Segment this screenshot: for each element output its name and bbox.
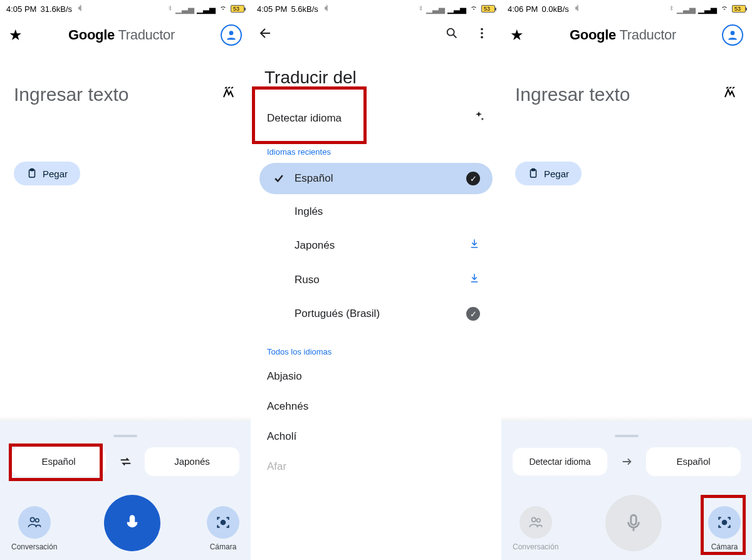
app-header: ★ Google Traductor <box>0 18 251 53</box>
mute-icon <box>573 4 582 14</box>
camera-button[interactable]: Cámara <box>207 506 239 551</box>
bluetooth-icon <box>167 4 173 14</box>
status-time: 4:06 PM <box>508 4 538 14</box>
conversation-button[interactable]: Conversación <box>11 506 57 551</box>
recent-label: Idiomas recientes <box>267 147 485 157</box>
picker-header <box>251 18 501 53</box>
status-time: 4:05 PM <box>6 4 36 14</box>
bluetooth-icon <box>417 4 424 14</box>
language-item-en[interactable]: Inglés <box>259 197 493 227</box>
paste-label: Pegar <box>544 169 569 179</box>
source-language-button[interactable]: Detectar idioma <box>513 448 607 476</box>
signal-icon-2: ▁▃▅ <box>447 4 466 14</box>
svg-point-6 <box>221 521 226 525</box>
downloaded-icon: ✓ <box>466 172 480 185</box>
main-area: Ingresar texto Pegar <box>0 53 251 421</box>
screenshot-3: 4:06 PM 0.0kB/s ▁▃▅ ▁▃▅ 53 ★ Google Trad… <box>501 0 752 560</box>
sparkle-icon <box>473 110 485 126</box>
status-time: 4:05 PM <box>257 4 287 14</box>
signal-icon: ▁▃▅ <box>426 4 445 14</box>
battery-icon: 53 <box>732 5 746 13</box>
account-icon[interactable] <box>221 24 242 46</box>
app-title: Google Traductor <box>29 27 214 43</box>
mute-icon <box>322 4 331 14</box>
status-rate: 31.6kB/s <box>40 4 72 14</box>
camera-label: Cámara <box>210 542 237 551</box>
detect-language-label: Detectar idioma <box>267 112 342 125</box>
handwriting-icon[interactable] <box>222 85 237 104</box>
wifi-icon <box>469 4 479 14</box>
conversation-label: Conversación <box>11 542 57 551</box>
signal-icon-2: ▁▃▅ <box>698 4 717 14</box>
svg-rect-16 <box>630 515 636 525</box>
paste-label: Pegar <box>43 169 68 179</box>
wifi-icon <box>218 4 228 14</box>
target-language-button[interactable]: Japonés <box>145 447 239 476</box>
star-icon[interactable]: ★ <box>510 26 524 44</box>
signal-icon-2: ▁▃▅ <box>197 4 216 14</box>
download-icon[interactable] <box>469 238 480 252</box>
svg-point-15 <box>536 519 540 522</box>
language-item-ab[interactable]: Abjasio <box>251 361 501 391</box>
app-header: ★ Google Traductor <box>501 18 752 53</box>
downloaded-icon: ✓ <box>466 307 480 321</box>
status-rate: 5.6kB/s <box>291 4 318 14</box>
check-icon <box>272 172 286 185</box>
signal-icon: ▁▃▅ <box>677 4 696 14</box>
mic-button[interactable] <box>104 495 160 551</box>
bottom-panel: Español Japonés Conversación Cámara <box>0 421 251 560</box>
svg-point-3 <box>30 517 34 522</box>
svg-point-11 <box>731 31 735 35</box>
camera-button[interactable]: Cámara <box>708 506 741 551</box>
svg-point-8 <box>481 28 483 31</box>
language-item-pt[interactable]: Portugués (Brasil) ✓ <box>259 298 493 329</box>
svg-point-10 <box>481 36 483 39</box>
svg-point-4 <box>35 519 38 522</box>
app-title: Google Traductor <box>530 27 716 43</box>
status-bar: 4:06 PM 0.0kB/s ▁▃▅ ▁▃▅ 53 <box>501 0 752 18</box>
status-bar: 4:05 PM 5.6kB/s ▁▃▅ ▁▃▅ 53 <box>251 0 501 18</box>
language-item-ace[interactable]: Acehnés <box>251 391 501 422</box>
source-language-button[interactable]: Español <box>11 447 106 476</box>
battery-icon: 53 <box>231 5 244 13</box>
mute-icon <box>76 4 85 14</box>
paste-button[interactable]: Pegar <box>14 162 80 185</box>
svg-point-0 <box>229 31 234 35</box>
conversation-button: Conversación <box>513 506 558 551</box>
wifi-icon <box>719 4 729 14</box>
handwriting-icon[interactable] <box>723 85 738 104</box>
language-item-ru[interactable]: Ruso <box>259 264 493 296</box>
main-area: Ingresar texto Pegar <box>501 53 752 421</box>
back-button[interactable] <box>258 26 277 44</box>
detect-language-option[interactable]: Detectar idioma <box>251 99 501 137</box>
drag-handle[interactable] <box>615 435 639 437</box>
svg-point-7 <box>447 29 454 36</box>
language-item-afr[interactable]: Afar <box>251 452 501 482</box>
arrow-icon <box>615 450 639 474</box>
text-input-placeholder[interactable]: Ingresar texto <box>515 84 716 105</box>
drag-handle[interactable] <box>113 435 137 437</box>
more-icon[interactable] <box>470 26 494 44</box>
screenshot-1: 4:05 PM 31.6kB/s ▁▃▅ ▁▃▅ 53 ★ Google Tra… <box>0 0 251 560</box>
battery-icon: 53 <box>481 5 495 13</box>
language-item-ach[interactable]: Acholí <box>251 422 501 452</box>
paste-button[interactable]: Pegar <box>515 162 582 185</box>
mic-button <box>605 495 662 551</box>
svg-point-17 <box>723 521 727 525</box>
camera-label: Cámara <box>711 542 738 551</box>
all-label: Todos los idiomas <box>267 347 485 356</box>
search-icon[interactable] <box>440 26 464 44</box>
swap-languages-button[interactable] <box>113 450 137 474</box>
language-item-ja[interactable]: Japonés <box>259 229 493 261</box>
account-icon[interactable] <box>722 24 743 46</box>
download-icon[interactable] <box>469 272 480 287</box>
picker-title: Traducir del <box>264 68 488 88</box>
status-rate: 0.0kB/s <box>541 4 568 14</box>
svg-point-9 <box>481 32 483 34</box>
text-input-placeholder[interactable]: Ingresar texto <box>14 84 214 105</box>
language-item-es[interactable]: Español ✓ <box>259 163 493 194</box>
star-icon[interactable]: ★ <box>9 26 23 44</box>
target-language-button[interactable]: Español <box>646 447 741 476</box>
screenshot-2: 4:05 PM 5.6kB/s ▁▃▅ ▁▃▅ 53 Traducir del <box>251 0 501 560</box>
signal-icon: ▁▃▅ <box>175 4 194 14</box>
